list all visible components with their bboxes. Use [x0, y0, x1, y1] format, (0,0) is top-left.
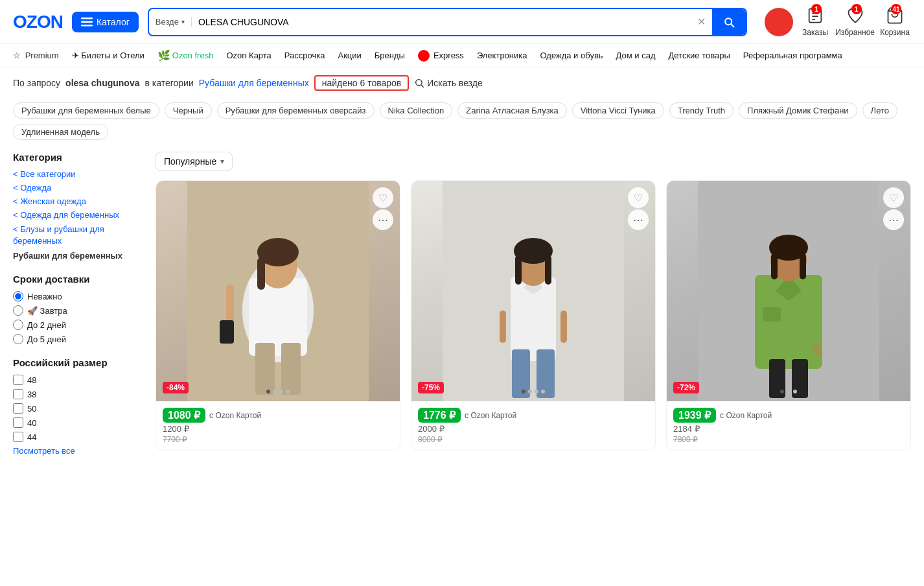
favorites-label: Избранное	[835, 28, 875, 37]
more-btn-1[interactable]: ⋯	[373, 209, 393, 230]
price-regular-3: 2184 ₽	[673, 424, 904, 434]
sidebar-cat-blouses[interactable]: < Блузы и рубашки для беременных	[13, 224, 143, 247]
sidebar-cat-all[interactable]: < Все категории	[13, 169, 143, 179]
result-prefix: По запросу	[13, 78, 60, 88]
nav-kids[interactable]: Детские товары	[668, 51, 730, 60]
filter-tag-1[interactable]: Черный	[165, 102, 212, 119]
nav-ref[interactable]: Реферальная программа	[743, 51, 842, 60]
delivery-option-any[interactable]: Неважно	[13, 291, 143, 301]
discount-badge-2: -75%	[418, 382, 444, 393]
cart-badge: 41	[891, 4, 901, 14]
chevron-down-icon: ▾	[220, 157, 224, 166]
sidebar-size-title: Российский размер	[13, 357, 143, 368]
dot	[528, 390, 532, 393]
filter-tags-container: Рубашки для беременных белые Черный Руба…	[0, 99, 924, 145]
filter-tag-7[interactable]: Пляжный Домик Стефани	[739, 102, 857, 119]
dot	[787, 390, 791, 393]
nav-premium[interactable]: ☆ Premium	[13, 51, 59, 60]
sidebar-cat-clothes[interactable]: < Одежда	[13, 183, 143, 193]
filter-tag-4[interactable]: Zarina Атласная Блузка	[457, 102, 567, 119]
product-card-3[interactable]: ♡ ⋯ -72% 1939 ₽ с Ozon Картой 2184 ₽	[666, 180, 911, 451]
size-50[interactable]: 50	[13, 403, 143, 414]
express-dot	[418, 50, 430, 62]
price-old-3: 7800 ₽	[673, 435, 904, 444]
delivery-option-5days[interactable]: До 5 дней	[13, 334, 143, 344]
product-card-2[interactable]: ♡ ⋯ -75% 1776 ₽ с Ozon Картой 20	[411, 180, 656, 451]
orders-icon-item[interactable]: 1 Заказы	[799, 6, 831, 37]
result-category[interactable]: Рубашки для беременных	[199, 78, 309, 88]
product-card-1[interactable]: ♡ ⋯ -84% 1080 ₽ с Ozon Картой 12	[156, 180, 400, 451]
main-nav: ☆ Premium ✈ Билеты и Отели 🌿 Ozon fresh …	[0, 44, 924, 67]
main-content: Категория < Все категории < Одежда < Жен…	[0, 145, 924, 475]
nav-tickets[interactable]: ✈ Билеты и Отели	[72, 51, 144, 60]
ozon-logo[interactable]: OZON	[13, 12, 63, 32]
search-location[interactable]: Везде ▾	[149, 17, 192, 27]
nav-ozon-card[interactable]: Ozon Карта	[226, 51, 271, 60]
nav-ozon-fresh[interactable]: 🌿 Ozon fresh	[157, 49, 214, 62]
filter-tag-3[interactable]: Nika Collection	[380, 102, 453, 119]
nav-express[interactable]: Express	[418, 50, 464, 62]
product-info-2: 1776 ₽ с Ozon Картой 2000 ₽ 8000 ₽	[411, 401, 655, 451]
filter-tag-5[interactable]: Vittoria Vicci Туника	[572, 102, 664, 119]
discount-badge-3: -72%	[673, 382, 699, 393]
svg-rect-13	[255, 343, 275, 395]
filter-tag-6[interactable]: Trendy Truth	[669, 102, 733, 119]
nav-brands[interactable]: Бренды	[375, 51, 405, 60]
svg-rect-29	[500, 311, 506, 343]
svg-rect-2	[81, 25, 93, 27]
favorite-btn-3[interactable]: ♡	[883, 187, 904, 208]
sidebar-category-title: Категория	[13, 152, 143, 163]
catalog-button[interactable]: Каталог	[72, 12, 139, 32]
profile-icon-item[interactable]	[763, 8, 795, 36]
sidebar-categories: Категория < Все категории < Одежда < Жен…	[13, 152, 143, 261]
menu-icon	[81, 18, 93, 27]
search-clear-icon[interactable]: ✕	[691, 16, 712, 28]
cart-icon-item[interactable]: 41 Корзина	[879, 6, 911, 37]
nav-home[interactable]: Дом и сад	[616, 51, 656, 60]
filter-tag-9[interactable]: Удлиненная модель	[13, 124, 108, 140]
nav-clothes[interactable]: Одежда и обувь	[540, 51, 603, 60]
filter-tag-0[interactable]: Рубашки для беременных белые	[13, 102, 159, 119]
show-all-sizes[interactable]: Посмотреть все	[13, 446, 143, 456]
filter-tag-8[interactable]: Лето	[862, 102, 897, 119]
size-44[interactable]: 44	[13, 432, 143, 442]
svg-rect-19	[220, 320, 234, 344]
sidebar-cat-women[interactable]: < Женская одежда	[13, 196, 143, 206]
price-ozon-3: 1939 ₽ с Ozon Картой	[673, 408, 904, 423]
favorite-btn-2[interactable]: ♡	[628, 187, 649, 208]
search-icon	[722, 16, 735, 29]
delivery-option-2days[interactable]: До 2 дней	[13, 320, 143, 330]
sidebar-delivery-title: Сроки доставки	[13, 274, 143, 285]
dot	[522, 390, 526, 393]
price-main-1: 1080 ₽	[163, 408, 205, 423]
delivery-option-tomorrow[interactable]: 🚀 Завтра	[13, 305, 143, 316]
size-40[interactable]: 40	[13, 417, 143, 428]
svg-rect-43	[813, 343, 821, 356]
nav-credit[interactable]: Рассрочка	[284, 51, 325, 60]
products-toolbar: Популярные ▾	[156, 152, 911, 171]
favorite-btn-1[interactable]: ♡	[373, 187, 393, 208]
sort-dropdown[interactable]: Популярные ▾	[156, 152, 233, 171]
nav-promo[interactable]: Акции	[338, 51, 361, 60]
size-48[interactable]: 48	[13, 375, 143, 385]
search-everywhere[interactable]: Искать везде	[414, 78, 482, 88]
sidebar-cat-pregnant[interactable]: < Одежда для беременных	[13, 210, 143, 220]
search-button[interactable]	[712, 9, 746, 35]
image-dots-3	[780, 390, 797, 393]
search-input[interactable]	[192, 12, 691, 32]
svg-rect-14	[281, 343, 301, 395]
more-btn-3[interactable]: ⋯	[883, 209, 904, 230]
search-location-text: Везде	[156, 17, 179, 27]
favorites-icon-item[interactable]: 1 Избранное	[835, 6, 875, 37]
nav-electronics[interactable]: Электроника	[477, 51, 527, 60]
orders-label: Заказы	[802, 28, 828, 37]
filter-tag-2[interactable]: Рубашки для беременных оверсайз	[217, 102, 375, 119]
products-area: Популярные ▾	[156, 152, 911, 469]
size-38[interactable]: 38	[13, 389, 143, 399]
dot	[266, 390, 270, 393]
svg-rect-30	[560, 311, 567, 343]
sidebar-cat-shirts[interactable]: Рубашки для беременных	[13, 251, 143, 261]
product-photo-3	[667, 181, 910, 401]
chevron-down-icon: ▾	[181, 18, 185, 25]
more-btn-2[interactable]: ⋯	[628, 209, 649, 230]
